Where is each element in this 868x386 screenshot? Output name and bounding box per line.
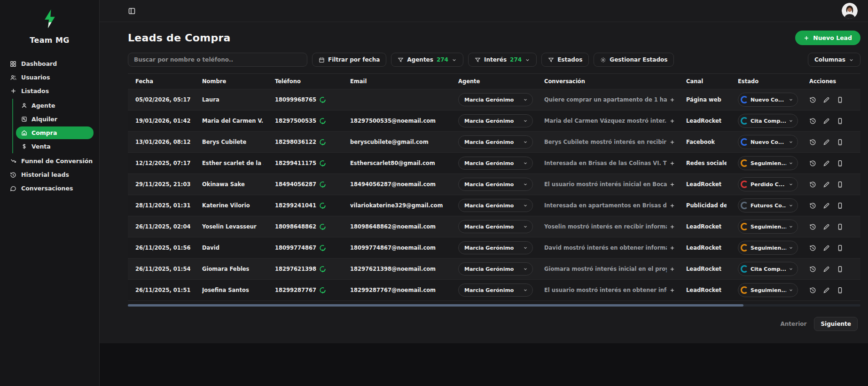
- sidebar-item-conversaciones[interactable]: Conversaciones: [6, 181, 94, 195]
- history-action-button[interactable]: [809, 181, 816, 188]
- sidebar-toggle-button[interactable]: [128, 7, 136, 15]
- agente-dropdown[interactable]: Marcia Gerónimo: [458, 241, 533, 254]
- whatsapp-icon[interactable]: [319, 287, 326, 294]
- search-input[interactable]: [128, 53, 307, 67]
- table-row[interactable]: 12/12/2025, 07:17 Esther scarlet de la .…: [128, 153, 860, 174]
- history-action-button[interactable]: [809, 139, 816, 146]
- agente-dropdown[interactable]: Marcia Gerónimo: [458, 114, 533, 127]
- edit-action-button[interactable]: [823, 139, 830, 146]
- agente-dropdown[interactable]: Marcia Gerónimo: [458, 93, 533, 106]
- filter-date-button[interactable]: Filtrar por fecha: [312, 53, 386, 67]
- sidebar-item-usuarios[interactable]: Usuarios: [6, 71, 94, 84]
- edit-action-button[interactable]: [823, 287, 830, 294]
- table-row[interactable]: 19/01/2026, 01:42 Maria del Carmen V... …: [128, 110, 860, 132]
- agente-dropdown[interactable]: Marcia Gerónimo: [458, 157, 533, 170]
- expand-conversation-icon[interactable]: [670, 140, 675, 145]
- history-action-button[interactable]: [809, 118, 816, 125]
- next-page-button[interactable]: Siguiente: [814, 317, 858, 331]
- history-action-button[interactable]: [809, 266, 816, 273]
- filter-estados-button[interactable]: Estados: [541, 53, 589, 67]
- edit-action-button[interactable]: [823, 118, 830, 125]
- estado-dropdown[interactable]: Cita Comp...: [738, 114, 798, 128]
- edit-action-button[interactable]: [823, 160, 830, 167]
- agente-dropdown[interactable]: Marcia Gerónimo: [458, 199, 533, 212]
- expand-conversation-icon[interactable]: [670, 203, 675, 208]
- user-avatar[interactable]: [842, 3, 858, 19]
- agente-dropdown[interactable]: Marcia Gerónimo: [458, 220, 533, 233]
- filter-agentes-button[interactable]: Agentes 274: [391, 53, 463, 67]
- edit-action-button[interactable]: [823, 202, 830, 209]
- new-lead-button[interactable]: Nuevo Lead: [795, 31, 860, 45]
- edit-action-button[interactable]: [823, 96, 830, 103]
- expand-conversation-icon[interactable]: [670, 224, 675, 229]
- edit-action-button[interactable]: [823, 266, 830, 273]
- history-action-button[interactable]: [809, 96, 816, 103]
- estado-dropdown[interactable]: Perdido C...: [738, 177, 798, 191]
- expand-conversation-icon[interactable]: [670, 118, 675, 124]
- filter-interes-button[interactable]: Interés 274: [468, 53, 537, 67]
- table-row[interactable]: 26/11/2025, 01:54 Giomara Febles 1829762…: [128, 259, 860, 280]
- phone-action-button[interactable]: [837, 139, 844, 146]
- phone-action-button[interactable]: [837, 96, 844, 103]
- table-row[interactable]: 26/11/2025, 02:04 Yoselin Levasseur 1809…: [128, 216, 860, 237]
- history-action-button[interactable]: [809, 160, 816, 167]
- phone-action-button[interactable]: [837, 223, 844, 230]
- expand-conversation-icon[interactable]: [670, 97, 675, 102]
- table-row[interactable]: 29/11/2025, 21:03 Okinawa Sake 184940562…: [128, 174, 860, 195]
- edit-action-button[interactable]: [823, 223, 830, 230]
- expand-conversation-icon[interactable]: [670, 288, 675, 293]
- table-row[interactable]: 26/11/2025, 01:51 Josefina Santos 182992…: [128, 280, 860, 301]
- history-action-button[interactable]: [809, 202, 816, 209]
- expand-conversation-icon[interactable]: [670, 267, 675, 272]
- sidebar-item-venta[interactable]: Venta: [16, 140, 94, 153]
- estado-dropdown[interactable]: Nuevo Co...: [738, 93, 798, 107]
- sidebar-item-dashboard[interactable]: Dashboard: [6, 57, 94, 71]
- phone-action-button[interactable]: [837, 181, 844, 188]
- whatsapp-icon[interactable]: [319, 118, 326, 125]
- columnas-button[interactable]: Columnas: [808, 53, 860, 67]
- table-row[interactable]: 13/01/2026, 08:12 Berys Cubilete 1829803…: [128, 132, 860, 153]
- estado-dropdown[interactable]: Futuros Co...: [738, 198, 798, 213]
- estado-dropdown[interactable]: Nuevo Co...: [738, 135, 798, 149]
- expand-conversation-icon[interactable]: [670, 245, 675, 251]
- whatsapp-icon[interactable]: [319, 160, 326, 167]
- phone-action-button[interactable]: [837, 118, 844, 125]
- whatsapp-icon[interactable]: [319, 96, 326, 103]
- gestionar-estados-button[interactable]: Gestionar Estados: [594, 53, 674, 67]
- sidebar-item-compra[interactable]: Compra: [16, 126, 94, 139]
- whatsapp-icon[interactable]: [319, 181, 326, 188]
- horizontal-scrollbar[interactable]: [128, 304, 860, 307]
- estado-dropdown[interactable]: Seguimien...: [738, 283, 798, 297]
- sidebar-item-agente[interactable]: Agente: [16, 99, 94, 112]
- expand-conversation-icon[interactable]: [670, 182, 675, 187]
- phone-action-button[interactable]: [837, 244, 844, 252]
- table-row[interactable]: 28/11/2025, 01:31 Katerine Vilorio 18299…: [128, 195, 860, 216]
- estado-dropdown[interactable]: Cita Comp...: [738, 262, 798, 276]
- phone-action-button[interactable]: [837, 287, 844, 294]
- history-action-button[interactable]: [809, 223, 816, 230]
- sidebar-item-listados[interactable]: Listados: [6, 84, 94, 98]
- table-row[interactable]: 05/02/2026, 05:17 Laura 18099968765 Marc…: [128, 89, 860, 110]
- table-row[interactable]: 26/11/2025, 01:56 David 18099774867 1809…: [128, 237, 860, 259]
- edit-action-button[interactable]: [823, 181, 830, 188]
- history-action-button[interactable]: [809, 287, 816, 294]
- agente-dropdown[interactable]: Marcia Gerónimo: [458, 178, 533, 191]
- expand-conversation-icon[interactable]: [670, 161, 675, 166]
- phone-action-button[interactable]: [837, 202, 844, 209]
- estado-dropdown[interactable]: Seguimien...: [738, 156, 798, 170]
- sidebar-item-alquiler[interactable]: Alquiler: [16, 113, 94, 126]
- whatsapp-icon[interactable]: [319, 244, 326, 252]
- scrollbar-thumb[interactable]: [128, 304, 743, 307]
- previous-page-button[interactable]: Anterior: [781, 321, 807, 327]
- agente-dropdown[interactable]: Marcia Gerónimo: [458, 284, 533, 297]
- edit-action-button[interactable]: [823, 244, 830, 252]
- phone-action-button[interactable]: [837, 160, 844, 167]
- history-action-button[interactable]: [809, 244, 816, 252]
- whatsapp-icon[interactable]: [319, 223, 326, 230]
- whatsapp-icon[interactable]: [319, 139, 326, 146]
- agente-dropdown[interactable]: Marcia Gerónimo: [458, 262, 533, 276]
- sidebar-item-funnel[interactable]: Funnel de Conversión: [6, 154, 94, 168]
- whatsapp-icon[interactable]: [319, 266, 326, 273]
- phone-action-button[interactable]: [837, 266, 844, 273]
- whatsapp-icon[interactable]: [319, 202, 326, 209]
